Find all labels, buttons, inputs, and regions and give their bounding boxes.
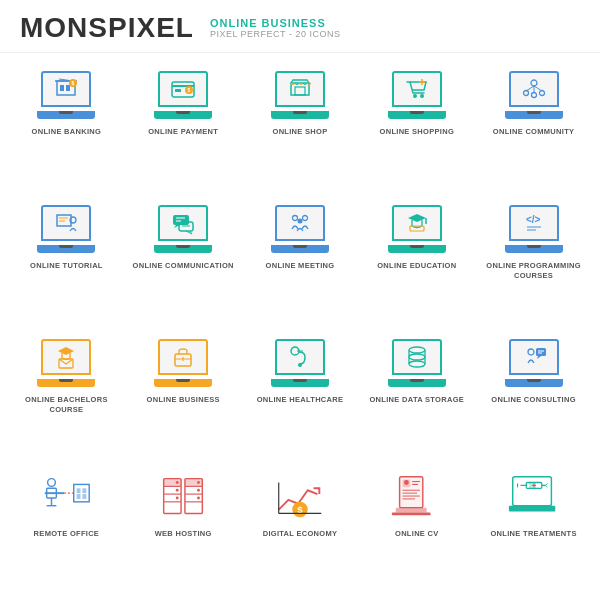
icon-online-community: ONLINE COMMUNITY <box>477 61 590 191</box>
svg-point-55 <box>409 361 425 367</box>
header-title: ONLINE BUSINESS <box>210 17 341 29</box>
icon-online-data: ONLINE DATA STORAGE <box>360 329 473 459</box>
icon-digital-economy: $ DIGITAL ECONOMY <box>244 463 357 593</box>
svg-rect-68 <box>83 488 87 493</box>
svg-point-19 <box>523 91 528 96</box>
svg-text:</>: </> <box>526 214 541 225</box>
svg-line-111 <box>545 483 547 485</box>
svg-point-15 <box>420 94 424 98</box>
svg-point-20 <box>531 93 536 98</box>
svg-point-21 <box>539 91 544 96</box>
svg-rect-2 <box>66 85 70 91</box>
svg-point-34 <box>292 216 297 221</box>
svg-rect-66 <box>74 484 89 501</box>
icon-online-consulting: ONLINE CONSULTING <box>477 329 590 459</box>
svg-point-84 <box>197 481 200 484</box>
svg-rect-67 <box>77 488 81 493</box>
svg-rect-13 <box>295 87 305 95</box>
icon-online-meeting: ONLINE MEETING <box>244 195 357 325</box>
svg-rect-103 <box>512 477 551 506</box>
icon-online-programming: </> ONLINE PROGRAMMING COURSES <box>477 195 590 325</box>
brand-name: MONSPIXEL <box>20 12 194 44</box>
icon-online-tutorial: ONLINE TUTORIAL <box>10 195 123 325</box>
svg-point-35 <box>302 216 307 221</box>
svg-rect-70 <box>83 494 87 499</box>
icon-online-shop: ONLINE SHOP <box>244 61 357 191</box>
icon-online-healthcare: ONLINE HEALTHCARE <box>244 329 357 459</box>
svg-rect-64 <box>45 492 64 494</box>
icon-online-shopping: ONLINE SHOPPING <box>360 61 473 191</box>
svg-point-49 <box>409 347 425 353</box>
svg-point-36 <box>297 219 302 224</box>
svg-rect-9 <box>175 89 181 92</box>
svg-rect-69 <box>77 494 81 499</box>
header-subtitle: PIXEL PERFECT - 20 ICONS <box>210 29 341 39</box>
icon-online-cv: ONLINE CV <box>360 463 473 593</box>
svg-rect-104 <box>508 506 554 512</box>
header: MONSPIXEL ONLINE BUSINESS PIXEL PERFECT … <box>0 0 600 53</box>
icons-grid: $ ONLINE BANKING <box>0 53 600 600</box>
svg-line-110 <box>545 485 547 487</box>
icon-online-treatments: ONLINE TREATMENTS <box>477 463 590 593</box>
icon-web-hosting: WEB HOSTING <box>127 463 240 593</box>
svg-point-47 <box>298 363 302 367</box>
svg-point-76 <box>176 481 179 484</box>
icon-online-banking: $ ONLINE BANKING <box>10 61 123 191</box>
svg-point-78 <box>176 497 179 500</box>
svg-rect-1 <box>60 85 64 91</box>
svg-line-24 <box>534 86 542 91</box>
svg-point-52 <box>409 354 425 360</box>
svg-point-18 <box>531 80 537 86</box>
icon-online-communication: ONLINE COMMUNICATION <box>127 195 240 325</box>
svg-point-77 <box>176 489 179 492</box>
svg-text:$: $ <box>72 80 75 86</box>
svg-point-85 <box>197 489 200 492</box>
svg-rect-29 <box>173 215 189 225</box>
svg-text:$: $ <box>188 87 191 93</box>
svg-point-86 <box>197 497 200 500</box>
svg-rect-57 <box>536 348 546 356</box>
svg-point-60 <box>48 479 56 487</box>
svg-line-22 <box>526 86 534 91</box>
svg-rect-102 <box>392 512 431 515</box>
icon-online-payment: $ ONLINE PAYMENT <box>127 61 240 191</box>
header-right: ONLINE BUSINESS PIXEL PERFECT - 20 ICONS <box>210 17 341 39</box>
svg-point-94 <box>404 480 409 485</box>
svg-point-56 <box>528 349 534 355</box>
icon-online-business: ONLINE BUSINESS <box>127 329 240 459</box>
svg-point-14 <box>413 94 417 98</box>
icon-remote-office: REMOTE OFFICE <box>10 463 123 593</box>
icon-online-bachelors: ONLINE BACHELORS COURSE <box>10 329 123 459</box>
svg-rect-101 <box>396 508 427 513</box>
icon-online-education: ONLINE EDUCATION <box>360 195 473 325</box>
